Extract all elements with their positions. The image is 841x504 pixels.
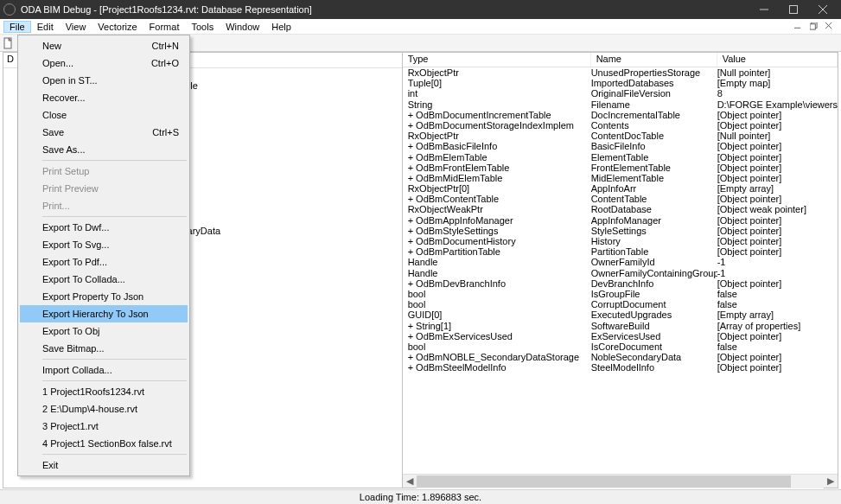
menu-view[interactable]: View — [60, 21, 92, 33]
mdi-close-icon[interactable] — [824, 22, 834, 32]
menu-item[interactable]: 2 E:\Dump\4-house.rvt — [20, 400, 188, 418]
col-value[interactable]: Value — [717, 53, 838, 67]
menu-file[interactable]: File — [3, 21, 31, 33]
cell-value: [Null pointer] — [717, 131, 838, 141]
menu-vectorize[interactable]: Vectorize — [92, 21, 143, 33]
menu-item[interactable]: Save Bitmap... — [20, 340, 188, 357]
cell-value: 8 — [717, 88, 838, 99]
cell-value: [Object pointer] — [717, 226, 838, 236]
cell-type: + OdBmStyleSettings — [403, 226, 591, 236]
scroll-right-icon[interactable]: ▶ — [824, 475, 838, 488]
table-row[interactable]: + OdBmDocumentIncrementTableDocIncrement… — [403, 110, 838, 120]
table-row[interactable]: + OdBmFrontElemTableFrontElementTable[Ob… — [403, 163, 838, 173]
menu-item[interactable]: NewCtrl+N — [20, 37, 188, 54]
menu-item[interactable]: Open in ST... — [20, 72, 188, 89]
scroll-track[interactable] — [417, 475, 824, 488]
table-row[interactable]: + OdBmPartitionTablePartitionTable[Objec… — [403, 246, 838, 257]
menu-item[interactable]: Export To Pdf... — [20, 253, 188, 271]
table-row[interactable]: HandleOwnerFamilyId-1 — [403, 257, 838, 267]
table-row[interactable]: + OdBmExServicesUsedExServicesUsed[Objec… — [403, 331, 838, 341]
cell-name: FrontElementTable — [591, 163, 717, 173]
scroll-left-icon[interactable]: ◀ — [403, 475, 417, 488]
mdi-restore-icon[interactable] — [808, 22, 819, 32]
menu-item[interactable]: Export Hierarchy To Json — [20, 305, 188, 322]
menu-item[interactable]: 4 Project1 SectionBox false.rvt — [20, 435, 188, 452]
minimize-button[interactable] — [749, 0, 779, 19]
table-row[interactable]: boolIsCoreDocumentfalse — [403, 341, 838, 352]
table-row[interactable]: HandleOwnerFamilyContainingGroupId-1 — [403, 268, 838, 278]
table-row[interactable]: RxObjectPtrContentDocTable[Null pointer] — [403, 131, 838, 141]
table-row[interactable]: boolIsGroupFilefalse — [403, 289, 838, 299]
menu-tools[interactable]: Tools — [185, 21, 220, 33]
table-row[interactable]: + OdBmNOBLE_SecondaryDataStorageNobleSec… — [403, 352, 838, 362]
menu-item[interactable]: Export To Svg... — [20, 236, 188, 253]
menu-item[interactable]: Export To Collada... — [20, 271, 188, 288]
table-row[interactable]: GUID[0]ExecutedUpgrades[Empty array] — [403, 309, 838, 320]
menu-help[interactable]: Help — [265, 21, 297, 33]
maximize-button[interactable] — [779, 0, 808, 19]
scroll-thumb[interactable] — [417, 475, 792, 488]
cell-type: Handle — [403, 268, 591, 278]
new-file-icon[interactable] — [2, 36, 16, 50]
table-row[interactable]: + OdBmContentTableContentTable[Object po… — [403, 194, 838, 204]
menu-window[interactable]: Window — [220, 21, 265, 33]
cell-value: D:\FORGE Example\viewers — [717, 99, 838, 110]
table-row[interactable]: + OdBmDocumentHistoryHistory[Object poin… — [403, 236, 838, 246]
table-row[interactable]: + OdBmAppInfoManagerAppInfoManager[Objec… — [403, 215, 838, 226]
menu-item-label: Print Setup — [42, 166, 89, 176]
table-row[interactable]: intOriginalFileVersion8 — [403, 88, 838, 99]
menu-item[interactable]: Open...Ctrl+O — [20, 54, 188, 72]
table-row[interactable]: Tuple[0]ImportedDatabases[Empty map] — [403, 78, 838, 88]
table-row[interactable]: + OdBmMidElemTableMidElementTable[Object… — [403, 173, 838, 183]
table-row[interactable]: + OdBmDocumentStorageIndexImplemContents… — [403, 120, 838, 131]
menu-item[interactable]: Export To Dwf... — [20, 219, 188, 236]
table-row[interactable]: + OdBmDevBranchInfoDevBranchInfo[Object … — [403, 278, 838, 289]
menu-item[interactable]: Close — [20, 106, 188, 124]
menu-format[interactable]: Format — [143, 21, 186, 33]
menu-item[interactable]: Import Collada... — [20, 361, 188, 379]
mdi-minimize-icon[interactable] — [793, 22, 803, 32]
menu-item[interactable]: 3 Project1.rvt — [20, 418, 188, 435]
cell-value: -1 — [717, 268, 838, 278]
menu-item[interactable]: Export Property To Json — [20, 288, 188, 305]
menu-item[interactable]: 1 Project1Roofs1234.rvt — [20, 383, 188, 400]
cell-type: + OdBmDocumentHistory — [403, 236, 591, 246]
table-row[interactable]: + OdBmBasicFileInfoBasicFileInfo[Object … — [403, 141, 838, 151]
cell-value: [Object pointer] — [717, 194, 838, 204]
menu-item-shortcut: Ctrl+N — [152, 41, 179, 51]
menu-item[interactable]: Export To Obj — [20, 322, 188, 340]
menu-item[interactable]: Exit — [20, 456, 188, 474]
table-row[interactable]: RxObjectPtr[0]AppInfoArr[Empty array] — [403, 183, 838, 194]
menu-item[interactable]: SaveCtrl+S — [20, 124, 188, 141]
table-row[interactable]: boolCorruptDocumentfalse — [403, 299, 838, 309]
cell-type: bool — [403, 299, 591, 309]
menu-item[interactable]: Recover... — [20, 89, 188, 106]
cell-name: Filename — [591, 99, 717, 110]
cell-name: IsGroupFile — [591, 289, 717, 299]
cell-name: Contents — [591, 120, 717, 131]
table-row[interactable]: StringFilenameD:\FORGE Example\viewers — [403, 99, 838, 110]
cell-type: bool — [403, 289, 591, 299]
cell-name: CorruptDocument — [591, 299, 717, 309]
grid-body[interactable]: RxObjectPtrUnusedPropertiesStorage[Null … — [403, 67, 838, 474]
close-button[interactable] — [808, 0, 838, 19]
menu-edit[interactable]: Edit — [31, 21, 60, 33]
table-row[interactable]: RxObjectPtrUnusedPropertiesStorage[Null … — [403, 67, 838, 78]
table-row[interactable]: RxObjectWeakPtrRootDatabase[Object weak … — [403, 204, 838, 214]
table-row[interactable]: + OdBmStyleSettingsStyleSettings[Object … — [403, 226, 838, 236]
menu-item-label: Close — [42, 110, 67, 120]
horizontal-scrollbar[interactable]: ◀ ▶ — [403, 474, 838, 488]
table-row[interactable]: + OdBmSteelModelInfoSteelModelInfo[Objec… — [403, 362, 838, 373]
cell-type: + OdBmContentTable — [403, 194, 591, 204]
menu-item-label: Import Collada... — [42, 365, 112, 375]
window-title: ODA BIM Debug - [Project1Roofs1234.rvt: … — [21, 4, 749, 15]
cell-type: RxObjectPtr — [403, 131, 591, 141]
table-row[interactable]: + OdBmElemTableElementTable[Object point… — [403, 152, 838, 163]
menu-item-shortcut: Ctrl+S — [152, 127, 179, 137]
menu-item[interactable]: Save As... — [20, 141, 188, 158]
table-row[interactable]: + String[1]SoftwareBuild[Array of proper… — [403, 321, 838, 331]
cell-name: SoftwareBuild — [591, 321, 717, 331]
col-type[interactable]: Type — [403, 53, 591, 67]
cell-name: DocIncrementalTable — [591, 110, 717, 120]
col-name[interactable]: Name — [591, 53, 717, 67]
